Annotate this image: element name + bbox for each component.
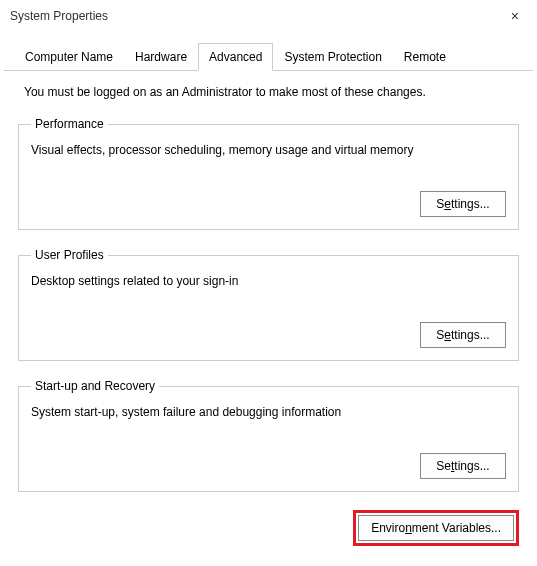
btn-text-u: n [405, 521, 412, 535]
environment-variables-button[interactable]: Environment Variables... [358, 515, 514, 541]
user-profiles-legend: User Profiles [31, 248, 108, 262]
tab-advanced[interactable]: Advanced [198, 43, 273, 71]
btn-text-post: ttings... [451, 197, 490, 211]
btn-text-post: ment Variables... [412, 521, 501, 535]
startup-recovery-settings-button[interactable]: Settings... [420, 453, 506, 479]
tab-computer-name[interactable]: Computer Name [14, 43, 124, 71]
performance-desc: Visual effects, processor scheduling, me… [31, 143, 506, 157]
user-profiles-desc: Desktop settings related to your sign-in [31, 274, 506, 288]
content-advanced: You must be logged on as an Administrato… [0, 71, 537, 556]
startup-recovery-desc: System start-up, system failure and debu… [31, 405, 506, 419]
btn-text-pre: Se [436, 459, 451, 473]
btn-text-post: tings... [454, 459, 489, 473]
btn-text-u: e [444, 197, 451, 211]
startup-recovery-legend: Start-up and Recovery [31, 379, 159, 393]
btn-text-pre: Enviro [371, 521, 405, 535]
tab-system-protection[interactable]: System Protection [273, 43, 392, 71]
btn-text-post: ttings... [451, 328, 490, 342]
performance-settings-button[interactable]: Settings... [420, 191, 506, 217]
tabs: Computer Name Hardware Advanced System P… [4, 32, 533, 71]
titlebar: System Properties × [0, 0, 537, 32]
tab-hardware[interactable]: Hardware [124, 43, 198, 71]
btn-text-u: e [444, 328, 451, 342]
env-vars-highlight: Environment Variables... [353, 510, 519, 546]
close-icon[interactable]: × [501, 4, 529, 28]
startup-recovery-group: Start-up and Recovery System start-up, s… [18, 379, 519, 492]
window-title: System Properties [10, 9, 108, 23]
user-profiles-group: User Profiles Desktop settings related t… [18, 248, 519, 361]
tab-remote[interactable]: Remote [393, 43, 457, 71]
user-profiles-settings-button[interactable]: Settings... [420, 322, 506, 348]
performance-legend: Performance [31, 117, 108, 131]
performance-group: Performance Visual effects, processor sc… [18, 117, 519, 230]
intro-text: You must be logged on as an Administrato… [24, 85, 519, 99]
